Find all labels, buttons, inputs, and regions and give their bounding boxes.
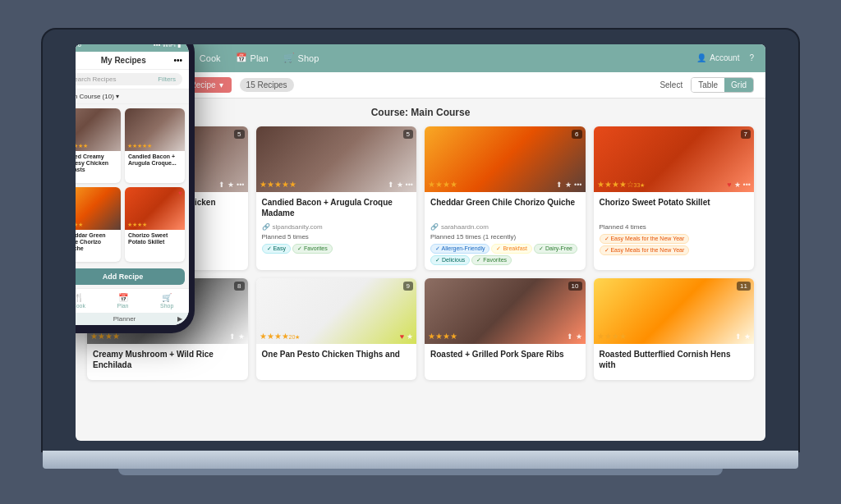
phone-add-recipe-btn[interactable]: Add Recipe [76,268,185,285]
tag[interactable]: ✓ Delicious [430,255,470,265]
bookmark-icon[interactable]: ★ [565,181,572,189]
recipe-card-8[interactable]: 11 ★★★★ ⬆ ★ Roasted Butterflied Cornish … [594,278,755,380]
card-actions-1: ⬆ ★ ••• [218,181,244,189]
recipes-count-badge: 15 Recipes [240,78,294,92]
phone-card-title-3: Cheddar Green Chile Chorizo Quiche [76,230,121,255]
recipe-card-2[interactable]: 5 ★★★★★ ⬆ ★ ••• Candied Bacon + [256,126,417,270]
laptop-base [43,451,798,469]
phone-card-image-4: ★★★★ ♥ [125,187,185,230]
card-title-7: Roasted + Grilled Pork Spare Ribs [430,349,580,372]
phone-search-placeholder: Search Recipes [76,76,116,83]
phone-chevron-icon: ▾ [116,93,119,100]
tag[interactable]: ✓ Allergen-Friendly [430,244,489,254]
grid-view-button[interactable]: Grid [724,78,753,92]
card-number-6: 9 [403,282,413,291]
recipe-card-6[interactable]: 9 ★★★★20★ ♥ ★ One Pan Pesto Chicken Thig… [256,278,417,380]
nav-shop[interactable]: 🛒 Shop [283,53,319,63]
card-tags-4: ✓ Easy Meals for the New Year ✓ Easy Mea… [600,234,749,255]
nav-help[interactable]: ? [749,53,754,62]
tag[interactable]: ✓ Dairy-Free [534,244,577,254]
card-body-6: One Pan Pesto Chicken Thighs and [256,344,417,380]
laptop-screen: 10:16 ▪▪▪ WiFi ▮ 👤 My Recipes ••• Search… [76,44,765,441]
nav-plan-label: Plan [250,53,269,63]
share-icon[interactable]: ⬆ [735,332,742,341]
phone-filter-label[interactable]: Filters [158,76,176,83]
phone-search-input[interactable]: Search Recipes Filters [76,73,182,85]
phone-card-title-2: Candied Bacon + Arugula Croque... [125,151,185,170]
card-number-8: 11 [737,282,751,291]
heart-icon[interactable]: ♥ [727,181,731,189]
laptop-frame: 10:16 ▪▪▪ WiFi ▮ 👤 My Recipes ••• Search… [43,30,798,475]
recipe-image-4: 7 ★★★★☆33★ ♥ ★ ••• [594,126,755,192]
phone-more-icon[interactable]: ••• [173,56,182,65]
nav-shop-label: Shop [298,53,319,63]
card-stars-2: ★★★★★ [260,180,296,189]
card-stars-4: ★★★★☆33★ [597,180,646,189]
heart-icon[interactable]: ♥ [400,332,404,341]
recipe-card-7[interactable]: 10 ★★★★ ⬆ ★ Roasted + Grilled Pork Spare… [425,278,586,380]
bookmark-icon[interactable]: ★ [407,332,413,341]
bookmark-icon[interactable]: ★ [744,332,751,341]
bookmark-icon[interactable]: ★ [397,181,403,189]
phone-bottom-nav: 🍴 Cook 📅 Plan 🛒 Shop [76,288,189,313]
tag[interactable]: ✓ Breakfast [491,244,532,254]
share-icon[interactable]: ⬆ [388,181,394,189]
share-icon[interactable]: ⬆ [556,181,563,189]
tag[interactable]: ✓ Favorites [292,244,333,254]
phone-recipe-card[interactable]: ★★★★★ Candied Bacon + Arugula Croque... [125,108,185,183]
phone-heart-icon-4: ♥ [178,190,182,197]
bookmark-icon[interactable]: ★ [227,181,234,189]
card-title-3: Cheddar Green Chile Chorizo Quiche [430,197,580,220]
phone-recipe-card[interactable]: ★★★★ Cheddar Green Chile Chorizo Quiche [76,187,121,262]
recipe-card-4[interactable]: 7 ★★★★☆33★ ♥ ★ ••• Chorizo Sweet [594,126,755,270]
nav-plan[interactable]: 📅 Plan [236,53,269,63]
card-title-8: Roasted Butterflied Cornish Hens with [600,349,749,372]
select-button[interactable]: Select [659,80,682,89]
tag[interactable]: ✓ Easy Meals for the New Year [600,245,690,255]
shop-icon: 🛒 [283,53,295,63]
recipe-image-8: 11 ★★★★ ⬆ ★ [594,278,755,344]
phone-card-stars-4: ★★★★ [127,222,147,228]
more-icon[interactable]: ••• [406,181,413,189]
recipe-card-3[interactable]: 6 ★★★★ ⬆ ★ ••• Cheddar Green Chi [425,126,586,270]
bookmark-icon[interactable]: ★ [576,332,582,341]
card-stars-7: ★★★★ [428,332,457,341]
phone-header: 👤 My Recipes ••• [76,52,189,70]
phone-card-title-4: Chorizo Sweet Potato Skillet [125,230,185,249]
phone-recipe-card[interactable]: ★★★★★ Baked Creamy Cheesy Chicken Breast… [76,108,121,183]
card-stars-6: ★★★★20★ [260,332,301,341]
share-icon[interactable]: ⬆ [229,332,236,341]
phone-search-area: Search Recipes Filters [76,70,189,89]
card-actions-4: ♥ ★ ••• [727,181,751,189]
phone-card-image-3: ★★★★ [76,187,121,230]
table-view-button[interactable]: Table [692,78,724,92]
phone-nav-shop[interactable]: 🛒 Shop [145,289,189,313]
phone-planner-bar[interactable]: 📅 Planner ▶ [76,313,189,325]
more-icon[interactable]: ••• [743,181,751,189]
share-icon[interactable]: ⬆ [567,332,573,341]
tag[interactable]: ✓ Easy [262,244,292,254]
phone-card-stars-3: ★★★★ [76,222,83,228]
share-icon[interactable]: ⬆ [218,181,225,189]
nav-account[interactable]: 👤 Account [696,53,739,62]
phone-nav-cook[interactable]: 🍴 Cook [76,289,101,313]
screen-bezel: 10:16 ▪▪▪ WiFi ▮ 👤 My Recipes ••• Search… [43,30,798,451]
nav-account-label: Account [710,53,739,62]
more-icon[interactable]: ••• [237,181,244,189]
card-source-3: 🔗 sarahaardn.com [430,223,580,231]
card-tags-2: ✓ Easy ✓ Favorites [262,244,411,254]
tag[interactable]: ✓ Easy Meals for the New Year [600,234,690,244]
card-planned-3: Planned 15 times (1 recently) [430,233,580,241]
recipe-image-6: 9 ★★★★20★ ♥ ★ [256,278,417,344]
phone-recipe-card[interactable]: ★★★★ ♥ Chorizo Sweet Potato Skillet [125,187,185,262]
card-body-2: Candied Bacon + Arugula Croque Madame 🔗 … [256,192,417,259]
phone-nav-plan[interactable]: 📅 Plan [101,289,145,313]
card-number-2: 5 [403,130,413,139]
bookmark-icon[interactable]: ★ [734,181,741,189]
link-icon: 🔗 [430,223,439,231]
more-icon[interactable]: ••• [574,181,581,189]
bookmark-icon[interactable]: ★ [238,332,245,341]
tag[interactable]: ✓ Favorites [471,255,512,265]
link-icon: 🔗 [262,223,270,231]
phone-category-filter[interactable]: Main Course (10) ▾ [76,89,189,104]
